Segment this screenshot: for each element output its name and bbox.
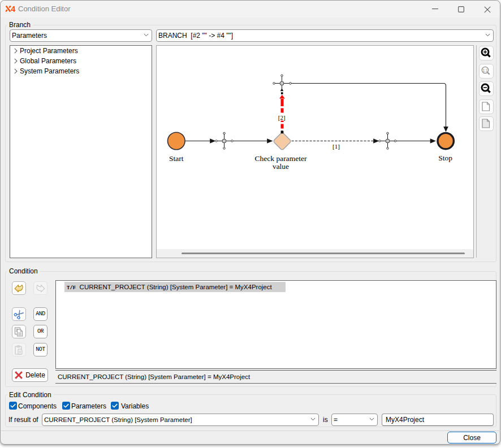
svg-text:value: value <box>273 162 289 171</box>
svg-text:4: 4 <box>11 6 15 12</box>
svg-text:1:1: 1:1 <box>482 68 487 72</box>
svg-text:Stop: Stop <box>438 154 452 162</box>
svg-text:[1]: [1] <box>332 143 340 150</box>
svg-text:[2]: [2] <box>278 114 286 121</box>
svg-text:Check parameter: Check parameter <box>255 154 307 163</box>
svg-text:Start: Start <box>169 154 184 163</box>
